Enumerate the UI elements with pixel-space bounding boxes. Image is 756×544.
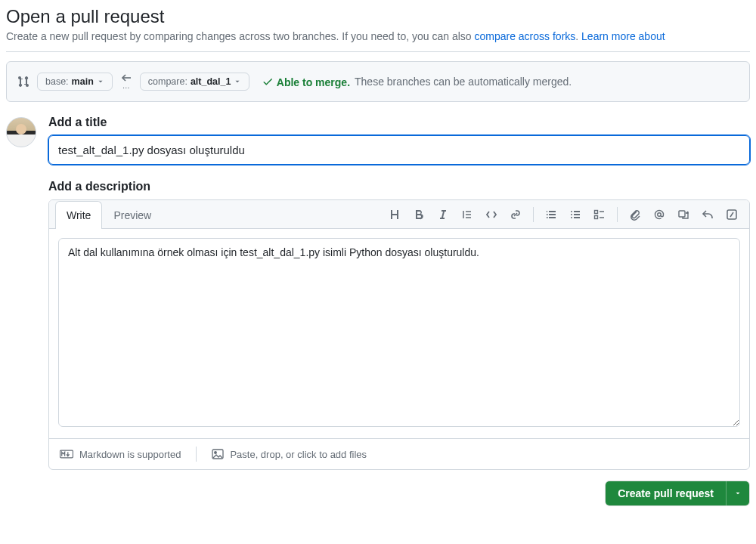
merge-ok: Able to merge. bbox=[262, 76, 350, 88]
toolbar-separator bbox=[617, 207, 618, 222]
base-value: main bbox=[72, 76, 94, 87]
description-label: Add a description bbox=[48, 180, 750, 193]
learn-more-link[interactable]: Learn more about bbox=[581, 30, 665, 42]
subtitle-text: Create a new pull request by comparing c… bbox=[6, 30, 474, 42]
title-label: Add a title bbox=[48, 116, 750, 129]
editor-tabs: Write Preview bbox=[49, 200, 749, 229]
divider bbox=[6, 51, 750, 52]
task-list-icon[interactable] bbox=[588, 203, 611, 226]
bold-icon[interactable] bbox=[407, 203, 430, 226]
toolbar-separator bbox=[533, 207, 534, 222]
merge-status: Able to merge. These branches can be aut… bbox=[262, 76, 572, 88]
svg-rect-3 bbox=[595, 210, 598, 213]
subtitle-mid: . bbox=[575, 30, 581, 42]
compare-forks-link[interactable]: compare across forks bbox=[474, 30, 575, 42]
description-box: Write Preview bbox=[48, 199, 750, 470]
code-icon[interactable] bbox=[480, 203, 503, 226]
pr-description-textarea[interactable] bbox=[58, 238, 740, 427]
git-compare-icon bbox=[17, 76, 29, 88]
base-label: base: bbox=[45, 76, 69, 87]
svg-rect-4 bbox=[595, 215, 598, 218]
cross-reference-icon[interactable] bbox=[672, 203, 695, 226]
arrow-left-icon: … bbox=[120, 73, 132, 90]
link-icon[interactable] bbox=[504, 203, 527, 226]
reply-icon[interactable] bbox=[696, 203, 719, 226]
attach-icon[interactable] bbox=[624, 203, 646, 226]
tab-preview[interactable]: Preview bbox=[102, 201, 163, 229]
compare-value: alt_dal_1 bbox=[191, 76, 231, 87]
page-subtitle: Create a new pull request by comparing c… bbox=[6, 30, 750, 42]
editor-footer: Markdown is supported Paste, drop, or cl… bbox=[49, 438, 749, 469]
markdown-supported-link[interactable]: Markdown is supported bbox=[60, 449, 181, 460]
chevron-down-icon bbox=[97, 78, 104, 85]
image-icon bbox=[212, 449, 224, 459]
avatar[interactable] bbox=[6, 117, 36, 147]
attach-files-link[interactable]: Paste, drop, or click to add files bbox=[212, 449, 367, 460]
footer-separator bbox=[196, 447, 197, 462]
chevron-down-icon bbox=[234, 78, 241, 85]
markdown-supported-text: Markdown is supported bbox=[79, 449, 181, 460]
merge-message: These branches can be automatically merg… bbox=[355, 76, 572, 88]
markdown-toolbar bbox=[383, 203, 743, 226]
branch-compare-bar: base: main … compare: alt_dal_1 Able to … bbox=[6, 61, 750, 102]
svg-point-10 bbox=[215, 452, 217, 454]
compare-label: compare: bbox=[148, 76, 187, 87]
markdown-icon bbox=[60, 450, 73, 459]
quote-icon[interactable] bbox=[456, 203, 479, 226]
svg-point-2 bbox=[571, 217, 572, 218]
ordered-list-icon[interactable] bbox=[540, 203, 562, 226]
base-branch-select[interactable]: base: main bbox=[37, 73, 113, 91]
unordered-list-icon[interactable] bbox=[564, 203, 587, 226]
svg-point-1 bbox=[571, 214, 572, 215]
page-title: Open a pull request bbox=[6, 6, 750, 27]
svg-rect-6 bbox=[679, 211, 685, 217]
chevron-down-icon bbox=[734, 490, 742, 497]
create-pr-dropdown[interactable] bbox=[726, 481, 749, 505]
mention-icon[interactable] bbox=[648, 203, 671, 226]
compare-branch-select[interactable]: compare: alt_dal_1 bbox=[140, 73, 250, 91]
slash-commands-icon[interactable] bbox=[720, 203, 743, 226]
svg-point-0 bbox=[571, 211, 572, 212]
create-pr-button-group: Create pull request bbox=[605, 481, 750, 506]
pr-title-input[interactable] bbox=[48, 135, 750, 165]
create-pr-button[interactable]: Create pull request bbox=[606, 481, 726, 505]
tab-write[interactable]: Write bbox=[55, 201, 102, 229]
italic-icon[interactable] bbox=[432, 203, 454, 226]
heading-icon[interactable] bbox=[383, 203, 406, 226]
attach-files-text: Paste, drop, or click to add files bbox=[230, 449, 367, 460]
